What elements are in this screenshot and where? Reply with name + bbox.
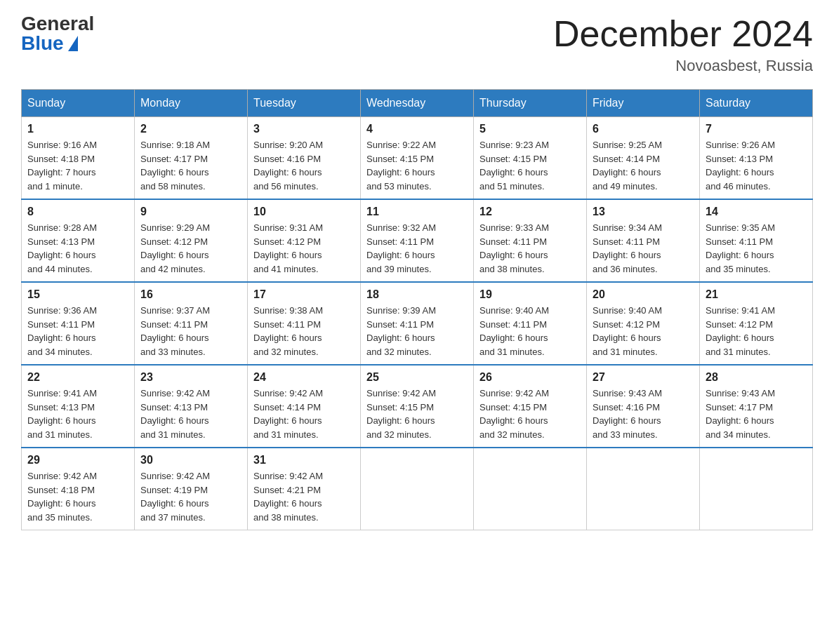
day-number: 4: [366, 123, 468, 135]
day-info: Sunrise: 9:35 AM Sunset: 4:11 PM Dayligh…: [706, 221, 807, 276]
header-thursday: Thursday: [474, 90, 587, 117]
table-row: 29 Sunrise: 9:42 AM Sunset: 4:18 PM Dayl…: [22, 448, 135, 530]
table-row: 28 Sunrise: 9:43 AM Sunset: 4:17 PM Dayl…: [700, 365, 813, 448]
table-row: 27 Sunrise: 9:43 AM Sunset: 4:16 PM Dayl…: [587, 365, 700, 448]
day-number: 27: [593, 371, 694, 384]
day-number: 11: [366, 206, 468, 218]
day-info: Sunrise: 9:29 AM Sunset: 4:12 PM Dayligh…: [140, 221, 241, 276]
day-info: Sunrise: 9:28 AM Sunset: 4:13 PM Dayligh…: [27, 221, 128, 276]
table-row: 6 Sunrise: 9:25 AM Sunset: 4:14 PM Dayli…: [587, 117, 700, 200]
table-row: 16 Sunrise: 9:37 AM Sunset: 4:11 PM Dayl…: [135, 282, 248, 365]
day-number: 29: [27, 454, 128, 467]
day-info: Sunrise: 9:40 AM Sunset: 4:12 PM Dayligh…: [593, 304, 694, 358]
table-row: 13 Sunrise: 9:34 AM Sunset: 4:11 PM Dayl…: [587, 199, 700, 282]
day-info: Sunrise: 9:18 AM Sunset: 4:17 PM Dayligh…: [140, 138, 241, 193]
day-number: 30: [140, 454, 241, 467]
day-info: Sunrise: 9:38 AM Sunset: 4:11 PM Dayligh…: [253, 304, 355, 358]
logo-triangle-icon: [68, 36, 78, 51]
logo-general-text: General: [21, 14, 94, 34]
day-number: 20: [593, 288, 694, 301]
day-number: 1: [27, 123, 128, 135]
day-number: 8: [27, 206, 128, 218]
table-row: [474, 448, 587, 530]
day-number: 9: [140, 206, 241, 218]
table-row: 21 Sunrise: 9:41 AM Sunset: 4:12 PM Dayl…: [700, 282, 813, 365]
day-number: 16: [140, 288, 241, 301]
day-info: Sunrise: 9:23 AM Sunset: 4:15 PM Dayligh…: [479, 138, 581, 193]
table-row: 23 Sunrise: 9:42 AM Sunset: 4:13 PM Dayl…: [135, 365, 248, 448]
day-number: 6: [593, 123, 694, 135]
table-row: 1 Sunrise: 9:16 AM Sunset: 4:18 PM Dayli…: [22, 117, 135, 200]
table-row: 26 Sunrise: 9:42 AM Sunset: 4:15 PM Dayl…: [474, 365, 587, 448]
day-info: Sunrise: 9:32 AM Sunset: 4:11 PM Dayligh…: [366, 221, 468, 276]
calendar-week-row: 22 Sunrise: 9:41 AM Sunset: 4:13 PM Dayl…: [22, 365, 813, 448]
table-row: 20 Sunrise: 9:40 AM Sunset: 4:12 PM Dayl…: [587, 282, 700, 365]
day-number: 10: [253, 206, 355, 218]
calendar-week-row: 29 Sunrise: 9:42 AM Sunset: 4:18 PM Dayl…: [22, 448, 813, 530]
table-row: 4 Sunrise: 9:22 AM Sunset: 4:15 PM Dayli…: [361, 117, 474, 200]
calendar-week-row: 1 Sunrise: 9:16 AM Sunset: 4:18 PM Dayli…: [22, 117, 813, 200]
day-info: Sunrise: 9:25 AM Sunset: 4:14 PM Dayligh…: [593, 138, 694, 193]
day-number: 17: [253, 288, 355, 301]
table-row: 12 Sunrise: 9:33 AM Sunset: 4:11 PM Dayl…: [474, 199, 587, 282]
header-tuesday: Tuesday: [248, 90, 361, 117]
table-row: 8 Sunrise: 9:28 AM Sunset: 4:13 PM Dayli…: [22, 199, 135, 282]
table-row: 10 Sunrise: 9:31 AM Sunset: 4:12 PM Dayl…: [248, 199, 361, 282]
day-number: 13: [593, 206, 694, 218]
header-friday: Friday: [587, 90, 700, 117]
day-info: Sunrise: 9:41 AM Sunset: 4:12 PM Dayligh…: [706, 304, 807, 358]
table-row: 2 Sunrise: 9:18 AM Sunset: 4:17 PM Dayli…: [135, 117, 248, 200]
weekday-header-row: Sunday Monday Tuesday Wednesday Thursday…: [22, 90, 813, 117]
header-sunday: Sunday: [22, 90, 135, 117]
day-number: 7: [706, 123, 807, 135]
table-row: 5 Sunrise: 9:23 AM Sunset: 4:15 PM Dayli…: [474, 117, 587, 200]
page-header: General Blue December 2024 Novoasbest, R…: [21, 14, 813, 75]
day-info: Sunrise: 9:42 AM Sunset: 4:19 PM Dayligh…: [140, 469, 241, 524]
day-info: Sunrise: 9:33 AM Sunset: 4:11 PM Dayligh…: [479, 221, 581, 276]
table-row: [700, 448, 813, 530]
day-info: Sunrise: 9:43 AM Sunset: 4:17 PM Dayligh…: [706, 387, 807, 441]
day-number: 18: [366, 288, 468, 301]
logo-blue-text: Blue: [21, 34, 78, 53]
day-number: 21: [706, 288, 807, 301]
day-number: 3: [253, 123, 355, 135]
header-wednesday: Wednesday: [361, 90, 474, 117]
day-info: Sunrise: 9:34 AM Sunset: 4:11 PM Dayligh…: [593, 221, 694, 276]
day-number: 19: [479, 288, 581, 301]
day-info: Sunrise: 9:42 AM Sunset: 4:14 PM Dayligh…: [253, 387, 355, 441]
day-number: 2: [140, 123, 241, 135]
table-row: 3 Sunrise: 9:20 AM Sunset: 4:16 PM Dayli…: [248, 117, 361, 200]
day-number: 14: [706, 206, 807, 218]
day-info: Sunrise: 9:40 AM Sunset: 4:11 PM Dayligh…: [479, 304, 581, 358]
day-info: Sunrise: 9:42 AM Sunset: 4:15 PM Dayligh…: [479, 387, 581, 441]
day-info: Sunrise: 9:42 AM Sunset: 4:15 PM Dayligh…: [366, 387, 468, 441]
day-info: Sunrise: 9:20 AM Sunset: 4:16 PM Dayligh…: [253, 138, 355, 193]
day-number: 28: [706, 371, 807, 384]
table-row: 22 Sunrise: 9:41 AM Sunset: 4:13 PM Dayl…: [22, 365, 135, 448]
table-row: 15 Sunrise: 9:36 AM Sunset: 4:11 PM Dayl…: [22, 282, 135, 365]
day-info: Sunrise: 9:22 AM Sunset: 4:15 PM Dayligh…: [366, 138, 468, 193]
header-saturday: Saturday: [700, 90, 813, 117]
day-number: 31: [253, 454, 355, 467]
table-row: 11 Sunrise: 9:32 AM Sunset: 4:11 PM Dayl…: [361, 199, 474, 282]
table-row: 17 Sunrise: 9:38 AM Sunset: 4:11 PM Dayl…: [248, 282, 361, 365]
day-info: Sunrise: 9:31 AM Sunset: 4:12 PM Dayligh…: [253, 221, 355, 276]
day-number: 23: [140, 371, 241, 384]
day-info: Sunrise: 9:26 AM Sunset: 4:13 PM Dayligh…: [706, 138, 807, 193]
table-row: 18 Sunrise: 9:39 AM Sunset: 4:11 PM Dayl…: [361, 282, 474, 365]
day-info: Sunrise: 9:41 AM Sunset: 4:13 PM Dayligh…: [27, 387, 128, 441]
table-row: [361, 448, 474, 530]
calendar-week-row: 8 Sunrise: 9:28 AM Sunset: 4:13 PM Dayli…: [22, 199, 813, 282]
logo: General Blue: [21, 14, 94, 53]
day-info: Sunrise: 9:16 AM Sunset: 4:18 PM Dayligh…: [27, 138, 128, 193]
day-info: Sunrise: 9:39 AM Sunset: 4:11 PM Dayligh…: [366, 304, 468, 358]
table-row: 9 Sunrise: 9:29 AM Sunset: 4:12 PM Dayli…: [135, 199, 248, 282]
day-number: 22: [27, 371, 128, 384]
day-info: Sunrise: 9:42 AM Sunset: 4:18 PM Dayligh…: [27, 469, 128, 524]
calendar-table: Sunday Monday Tuesday Wednesday Thursday…: [21, 89, 813, 530]
table-row: 24 Sunrise: 9:42 AM Sunset: 4:14 PM Dayl…: [248, 365, 361, 448]
day-info: Sunrise: 9:42 AM Sunset: 4:13 PM Dayligh…: [140, 387, 241, 441]
day-info: Sunrise: 9:36 AM Sunset: 4:11 PM Dayligh…: [27, 304, 128, 358]
day-number: 25: [366, 371, 468, 384]
table-row: 25 Sunrise: 9:42 AM Sunset: 4:15 PM Dayl…: [361, 365, 474, 448]
